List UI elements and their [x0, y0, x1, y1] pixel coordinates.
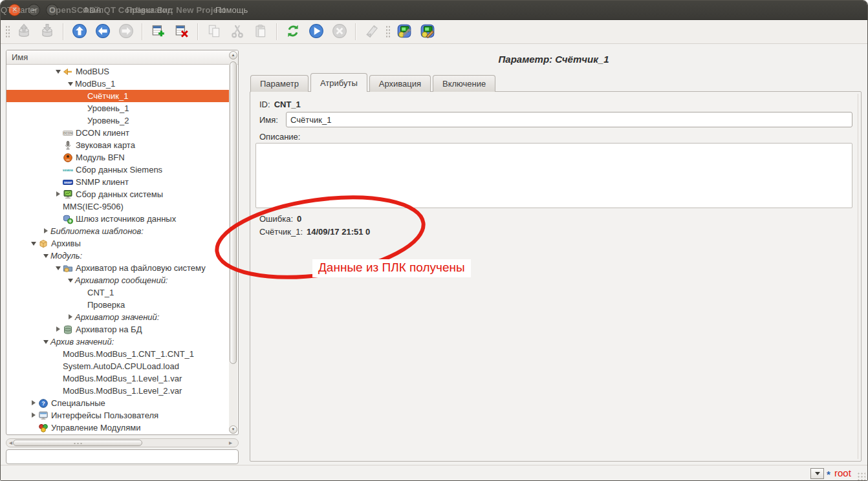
- titlebar[interactable]: × − ▢ OpenSCADA QT Configurator: New Pro…: [1, 1, 867, 20]
- tree-item[interactable]: Сбор данных системы: [6, 188, 229, 200]
- scroll-up-icon[interactable]: ▲: [229, 51, 237, 59]
- user-combo[interactable]: [810, 468, 824, 479]
- save-to-db-button[interactable]: [38, 22, 57, 41]
- expander-closed-icon[interactable]: [30, 400, 38, 407]
- tab-attributes[interactable]: Атрибуты: [310, 73, 367, 92]
- tree-item[interactable]: System.AutoDA.CPULoad.load: [6, 360, 229, 372]
- expander-closed-icon[interactable]: [30, 412, 38, 419]
- tree-item[interactable]: MMS(IEC-9506): [6, 200, 229, 213]
- menu-qtstarter[interactable]: QTStarter: [1, 5, 38, 15]
- tree-vertical-scrollbar[interactable]: ▲ ▼: [229, 51, 237, 434]
- expander-closed-icon[interactable]: [67, 314, 75, 321]
- expander-closed-icon[interactable]: [55, 326, 63, 333]
- load-from-db-button[interactable]: [14, 22, 34, 41]
- tree-header[interactable]: Имя: [6, 50, 238, 65]
- svg-text:SIEMENS: SIEMENS: [63, 169, 73, 172]
- delete-item-button[interactable]: [172, 22, 191, 41]
- tree-item[interactable]: CNT_1: [6, 286, 229, 299]
- menu-view[interactable]: Вид: [157, 5, 173, 15]
- tree-item[interactable]: Архивы: [6, 237, 229, 250]
- tab-enable[interactable]: Включение: [433, 75, 495, 92]
- expander-open-icon[interactable]: [43, 339, 50, 345]
- tree-item[interactable]: ModBus.ModBus_1.Level_2.var: [6, 385, 229, 397]
- tree-item[interactable]: Модуль BFN: [6, 151, 229, 164]
- tree-item[interactable]: Уровень_1: [6, 102, 229, 114]
- tree-item[interactable]: Архиватор на БД: [6, 323, 229, 336]
- name-input[interactable]: [286, 112, 852, 127]
- description-textarea[interactable]: [255, 143, 852, 208]
- qtcfg-tools-icon: [396, 23, 412, 41]
- tree-item[interactable]: Звуковая карта: [6, 139, 229, 151]
- tree-item[interactable]: Модуль:: [6, 250, 229, 262]
- paste-button[interactable]: [251, 22, 270, 41]
- paste-icon: [253, 23, 268, 41]
- db-load-icon: [16, 23, 32, 41]
- expander-open-icon[interactable]: [55, 69, 63, 75]
- tree-item[interactable]: DCONDCON клиент: [6, 127, 229, 139]
- tree-item[interactable]: ModBus_1: [6, 78, 229, 90]
- horizontal-scrollbar-thumb[interactable]: [13, 440, 142, 446]
- tab-archiving[interactable]: Архивация: [369, 75, 431, 92]
- expander-open-icon[interactable]: [43, 253, 50, 259]
- tree-item[interactable]: Архив значений:: [6, 336, 229, 348]
- scroll-down-icon[interactable]: ▼: [229, 425, 237, 434]
- current-user[interactable]: root: [834, 467, 851, 478]
- item-del-icon: [174, 23, 190, 41]
- start-icon: [309, 23, 324, 41]
- tree-item[interactable]: Интерфейсы Пользователя: [6, 409, 229, 422]
- item-add-icon: [151, 23, 166, 41]
- tree-item[interactable]: SIEMENSСбор данных Siemens: [6, 164, 229, 176]
- tree-item[interactable]: ModBus.ModBus_1.CNT_1.CNT_1: [6, 348, 229, 360]
- tree-horizontal-scrollbar[interactable]: ◂ ▸: [6, 438, 239, 447]
- tree-item[interactable]: Библиотека шаблонов:: [6, 225, 229, 237]
- forward-button[interactable]: [116, 22, 136, 41]
- menu-file[interactable]: Файл: [83, 5, 103, 15]
- toolbar-drag-handle[interactable]: [385, 25, 391, 38]
- expander-open-icon[interactable]: [30, 240, 38, 247]
- resize-grip[interactable]: [857, 472, 865, 480]
- tree-item-label: Модуль BFN: [76, 153, 125, 162]
- scroll-right-icon[interactable]: ▸: [229, 440, 235, 446]
- tree-item[interactable]: Счётчик_1: [6, 90, 229, 102]
- tree-item-label: ModBus.ModBus_1.CNT_1.CNT_1: [63, 349, 194, 359]
- tree-item[interactable]: Шлюз источников данных: [6, 213, 229, 225]
- menu-edit[interactable]: Правка: [126, 5, 155, 15]
- toolbar-drag-handle[interactable]: [5, 25, 10, 38]
- qtcfg-configurator-button[interactable]: [395, 22, 414, 41]
- tree-item[interactable]: Проверка: [6, 299, 229, 311]
- manual-button[interactable]: [362, 22, 382, 41]
- expander-open-icon[interactable]: [67, 81, 75, 87]
- vertical-scrollbar-thumb[interactable]: [230, 61, 237, 364]
- refresh-button[interactable]: [283, 22, 303, 41]
- annotation-text: Данные из ПЛК получены: [312, 259, 471, 277]
- error-value: 0: [297, 214, 301, 224]
- expander-open-icon[interactable]: [55, 265, 63, 272]
- tree-item[interactable]: Уровень_2: [6, 114, 229, 127]
- up-button[interactable]: [70, 22, 89, 41]
- page-title: Параметр: Счётчик_1: [244, 54, 863, 65]
- tree-item[interactable]: Архиватор сообщений:: [6, 274, 229, 286]
- expander-closed-icon[interactable]: [55, 191, 63, 198]
- tree-search-input[interactable]: [6, 449, 239, 464]
- back-button[interactable]: [93, 22, 113, 41]
- tree-item-label: Уровень_2: [87, 116, 129, 125]
- tree-item[interactable]: Управление Модулями: [6, 422, 229, 434]
- tree-item[interactable]: SNMPSNMP клиент: [6, 176, 229, 188]
- menu-help[interactable]: Помощь: [215, 5, 248, 15]
- stop-button[interactable]: [330, 22, 349, 41]
- tree-item[interactable]: ModBus.ModBus_1.Level_1.var: [6, 372, 229, 385]
- add-item-button[interactable]: [149, 22, 168, 41]
- tree-item[interactable]: ModBUS: [6, 65, 229, 78]
- cut-button[interactable]: [228, 22, 247, 41]
- start-button[interactable]: [307, 22, 326, 41]
- tab-parameter[interactable]: Параметр: [250, 75, 309, 92]
- expander-closed-icon[interactable]: [43, 228, 50, 235]
- qtcfg-configurator-2-button[interactable]: [418, 22, 437, 41]
- tree-item[interactable]: ?Специальные: [6, 397, 229, 409]
- copy-button[interactable]: [204, 22, 224, 41]
- db-save-icon: [39, 23, 55, 41]
- tree-item[interactable]: Архиватор на файловую систему: [6, 262, 229, 274]
- tree-item[interactable]: Архиватор значений:: [6, 311, 229, 323]
- error-label: Ошибка:: [259, 214, 293, 224]
- expander-open-icon[interactable]: [67, 277, 75, 284]
